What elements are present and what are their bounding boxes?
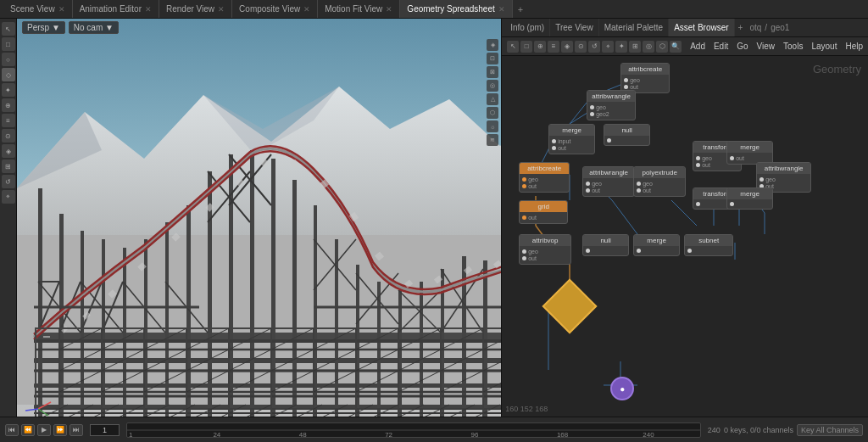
vp-icon-2[interactable]: ⊡ xyxy=(487,53,498,64)
menu-edit[interactable]: Edit xyxy=(714,42,728,51)
scene-svg: ⬛ xyxy=(17,19,501,417)
vp-icon-8[interactable]: ≋ xyxy=(487,134,498,146)
menu-go[interactable]: Go xyxy=(737,42,748,51)
vp-icon-1[interactable]: ◈ xyxy=(487,39,498,51)
node-null-1[interactable]: null xyxy=(604,124,650,146)
right-toolbar-icon-4[interactable]: ≡ xyxy=(548,41,559,53)
right-toolbar-icon-9[interactable]: ✦ xyxy=(615,41,627,53)
toolbar-star-icon[interactable]: ✦ xyxy=(2,83,15,97)
vp-icon-7[interactable]: ☼ xyxy=(487,120,498,132)
menu-tools[interactable]: Tools xyxy=(783,42,803,51)
tab-info[interactable]: Info (pm) xyxy=(505,19,550,36)
toolbar-rotate-icon[interactable]: ↺ xyxy=(2,175,15,188)
persp-dropdown[interactable]: Persp ▼ xyxy=(22,21,65,34)
toolbar-box-icon[interactable]: □ xyxy=(2,37,15,51)
node-merge-1[interactable]: merge input out xyxy=(548,124,595,154)
right-toolbar-icon-8[interactable]: ⌖ xyxy=(602,41,614,53)
right-toolbar-icon-6[interactable]: ⊙ xyxy=(575,41,587,53)
right-toolbar-icon-2[interactable]: □ xyxy=(520,41,532,53)
play-start-button[interactable]: ⏮ xyxy=(5,424,19,436)
play-button[interactable]: ▶ xyxy=(37,424,51,436)
viewport-3d[interactable]: Persp ▼ No cam ▼ xyxy=(17,19,501,417)
toolbar-move-icon[interactable]: ⌖ xyxy=(2,190,15,204)
svg-rect-15 xyxy=(165,222,169,417)
right-toolbar-icon-13[interactable]: 🔍 xyxy=(670,41,682,53)
node-merge-3[interactable]: merge xyxy=(726,187,773,210)
play-forward-button[interactable]: ⏩ xyxy=(53,424,67,436)
menu-view[interactable]: View xyxy=(757,42,776,51)
tab-geometry-spreadsheet[interactable]: Geometry Spreadsheet ✕ xyxy=(400,0,512,18)
timeline-status: 240 0 keys, 0/0 channels Key All Channel… xyxy=(708,424,863,436)
toolbar-grid-icon[interactable]: ◈ xyxy=(2,144,15,158)
breadcrumb-file: otq xyxy=(749,23,761,32)
node-attrib-wrangle-1[interactable]: attribwrangle geo geo2 xyxy=(587,90,636,120)
svg-line-157 xyxy=(612,200,637,234)
node-polyextrude[interactable]: polyextrude geo out xyxy=(633,166,686,197)
viewport-right-toolbar: ◈ ⊡ ⊠ ◎ △ ⬡ ☼ ≋ xyxy=(484,36,501,400)
tab-animation-editor[interactable]: Animation Editor ✕ xyxy=(73,0,159,18)
menu-help[interactable]: Help xyxy=(845,42,863,51)
toolbar-diamond-icon[interactable]: ◇ xyxy=(2,68,15,81)
toolbar-view-icon[interactable]: ⊙ xyxy=(2,129,15,143)
node-grid-1[interactable]: grid out xyxy=(519,200,568,224)
right-toolbar-icon-5[interactable]: ◈ xyxy=(561,41,573,53)
menu-layout[interactable]: Layout xyxy=(811,42,837,51)
timeline-scrubber[interactable]: 1 24 48 72 96 168 240 xyxy=(126,422,701,438)
node-subnet[interactable]: subnet xyxy=(684,234,733,256)
right-breadcrumb: otq / geo1 xyxy=(749,23,789,32)
svg-rect-19 xyxy=(250,150,254,417)
tab-scene-view[interactable]: Scene View ✕ xyxy=(3,0,73,18)
menu-add[interactable]: Add xyxy=(690,42,705,51)
vp-icon-5[interactable]: △ xyxy=(487,93,498,105)
node-attrib-create-1[interactable]: attribcreate geo out xyxy=(620,63,670,93)
svg-line-57 xyxy=(110,292,114,296)
node-attrib-create-2[interactable]: attribcreate geo out xyxy=(519,162,570,193)
toolbar-menu-icon[interactable]: ≡ xyxy=(2,114,15,127)
right-toolbar-icon-7[interactable]: ↺ xyxy=(588,41,600,53)
toolbar-add-icon[interactable]: ⊕ xyxy=(2,98,15,112)
tab-material-palette[interactable]: Material Palette xyxy=(599,19,669,36)
tab-motion-fit[interactable]: Motion Fit View ✕ xyxy=(318,0,400,18)
right-toolbar-icon-10[interactable]: ⊞ xyxy=(629,41,641,53)
svg-rect-9 xyxy=(38,188,42,417)
svg-line-153 xyxy=(570,103,587,124)
vp-icon-3[interactable]: ⊠ xyxy=(487,66,498,78)
tab-asset-browser[interactable]: Asset Browser xyxy=(669,19,734,36)
tab-add-button[interactable]: + xyxy=(513,3,528,16)
svg-text:168: 168 xyxy=(557,431,569,437)
tab-add-right[interactable]: + xyxy=(738,23,743,32)
node-attribvop[interactable]: attribvop geo out xyxy=(519,234,571,265)
key-all-channels-button[interactable]: Key All Channels xyxy=(797,424,863,436)
node-merge-2[interactable]: merge out xyxy=(726,141,773,165)
node-editor-canvas[interactable]: Geometry xyxy=(502,56,868,417)
toolbar-layout-icon[interactable]: ⊞ xyxy=(2,159,15,173)
current-frame-input[interactable]: 1 xyxy=(90,424,120,436)
svg-line-65 xyxy=(352,214,356,220)
play-back-button[interactable]: ⏪ xyxy=(21,424,35,436)
vp-icon-6[interactable]: ⬡ xyxy=(487,107,498,119)
tab-tree-view[interactable]: Tree View xyxy=(550,19,598,36)
cam-dropdown[interactable]: No cam ▼ xyxy=(69,21,119,34)
svg-line-60 xyxy=(208,205,212,210)
vp-icon-4[interactable]: ◎ xyxy=(487,80,498,92)
svg-line-62 xyxy=(263,161,267,165)
play-end-button[interactable]: ⏭ xyxy=(70,424,83,436)
right-toolbar-icon-11[interactable]: ◎ xyxy=(643,41,654,53)
right-toolbar-icon-1[interactable]: ↖ xyxy=(507,41,519,53)
node-attrib-wrangle-2[interactable]: attribwrangle geo out xyxy=(582,166,635,197)
svg-text:72: 72 xyxy=(385,431,392,437)
toolbar-circle-icon[interactable]: ○ xyxy=(2,53,15,66)
right-toolbar-icon-3[interactable]: ⊕ xyxy=(534,41,546,53)
node-merge-4[interactable]: merge xyxy=(633,234,680,256)
top-tab-bar: Scene View ✕ Animation Editor ✕ Render V… xyxy=(0,0,868,19)
node-output[interactable]: ● xyxy=(610,377,634,400)
toolbar-select-icon[interactable]: ↖ xyxy=(2,22,15,36)
svg-line-61 xyxy=(237,180,242,184)
node-switch[interactable] xyxy=(548,285,591,327)
breadcrumb-geo: geo1 xyxy=(771,23,789,32)
keys-status: 0 keys, 0/0 channels xyxy=(724,426,793,434)
node-null-2[interactable]: null xyxy=(582,234,629,256)
tab-render-view[interactable]: Render View ✕ xyxy=(159,0,232,18)
right-toolbar-icon-12[interactable]: ⬡ xyxy=(656,41,668,53)
tab-composite-view[interactable]: Composite View ✕ xyxy=(232,0,318,18)
